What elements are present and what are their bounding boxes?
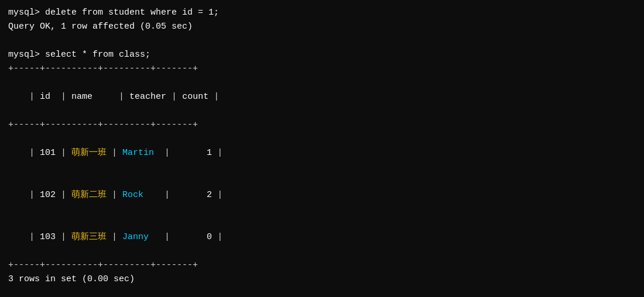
class-header: | id | name | teacher | count | <box>8 76 636 118</box>
prompt-label: mysql> <box>8 8 45 18</box>
terminal: mysql> delete from student where id = 1;… <box>8 6 636 297</box>
class-row-3: | 103 | 萌新三班 | Janny | 0 | <box>8 216 636 258</box>
class-sep-bottom: +-----+----------+---------+-------+ <box>8 258 636 272</box>
delete-sql: delete from student where id = 1; <box>45 8 219 18</box>
query-ok-line: Query OK, 1 row affected (0.05 sec) <box>8 20 636 34</box>
blank-1 <box>8 34 636 48</box>
class-sep-top: +-----+----------+---------+-------+ <box>8 62 636 76</box>
class-row-1: | 101 | 萌新一班 | Martin | 1 | <box>8 132 636 174</box>
class-sep-header: +-----+----------+---------+-------+ <box>8 118 636 132</box>
class-row-2: | 102 | 萌新二班 | Rock | 2 | <box>8 174 636 216</box>
select-class-command: mysql> select * from class; <box>8 48 636 62</box>
delete-command-line: mysql> delete from student where id = 1; <box>8 6 636 20</box>
blank-2 <box>8 286 636 297</box>
class-rows-count: 3 rows in set (0.00 sec) <box>8 272 636 286</box>
